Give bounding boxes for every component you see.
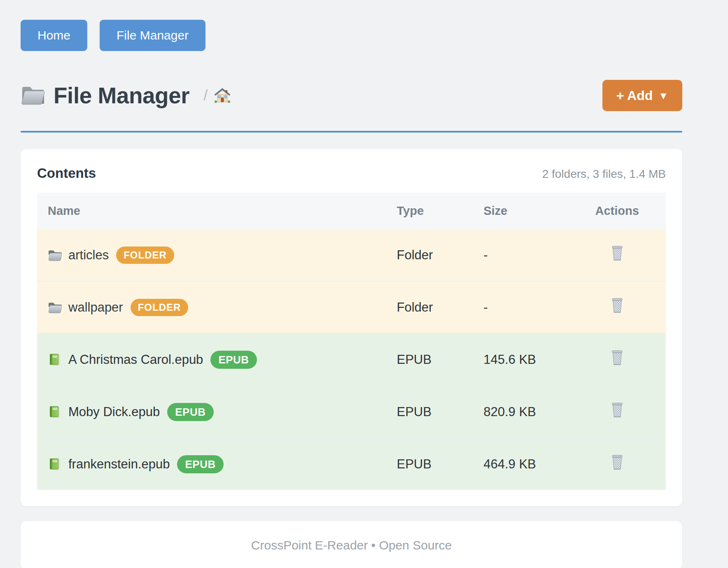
size-cell: 820.9 KB	[473, 386, 568, 438]
size-cell: -	[473, 229, 568, 281]
type-badge: EPUB	[177, 455, 223, 473]
delete-button[interactable]	[610, 298, 624, 314]
trash-icon	[610, 350, 624, 366]
contents-summary: 2 folders, 3 files, 1.4 MB	[542, 168, 666, 181]
title-group: File Manager /	[21, 82, 231, 109]
file-table: Name Type Size Actions	[37, 193, 666, 490]
delete-button[interactable]	[610, 350, 624, 366]
green-book-icon	[48, 406, 62, 418]
delete-button[interactable]	[610, 402, 624, 418]
type-badge: EPUB	[210, 351, 257, 369]
folder-open-icon	[21, 85, 45, 106]
caret-down-icon: ▼	[658, 91, 668, 101]
file-name[interactable]: wallpaper	[68, 300, 123, 315]
column-header-size: Size	[473, 193, 568, 229]
contents-card: Contents 2 folders, 3 files, 1.4 MB Name…	[21, 149, 682, 506]
page: Home File Manager File Manager /	[0, 0, 728, 568]
top-nav: Home File Manager	[21, 20, 682, 51]
type-badge: FOLDER	[116, 247, 174, 264]
table-row[interactable]: frankenstein.epub EPUB EPUB 464.9 KB	[37, 438, 666, 490]
size-cell: 145.6 KB	[473, 333, 568, 386]
table-row[interactable]: articles FOLDER Folder -	[37, 229, 666, 281]
trash-icon	[610, 402, 624, 418]
add-button-label: + Add	[616, 89, 653, 102]
page-title: File Manager	[54, 82, 189, 109]
nav-home-button[interactable]: Home	[21, 20, 87, 51]
add-button[interactable]: + Add ▼	[602, 80, 682, 111]
table-row[interactable]: wallpaper FOLDER Folder -	[37, 281, 666, 333]
home-icon[interactable]	[214, 88, 231, 103]
folder-icon	[48, 249, 62, 261]
folder-icon	[48, 301, 62, 314]
file-name[interactable]: A Christmas Carol.epub	[68, 352, 203, 367]
type-cell: EPUB	[386, 386, 473, 438]
file-name[interactable]: Moby Dick.epub	[68, 405, 160, 419]
trash-icon	[610, 454, 624, 470]
title-divider	[21, 131, 682, 133]
table-row[interactable]: Moby Dick.epub EPUB EPUB 820.9 KB	[37, 386, 666, 438]
card-header: Contents 2 folders, 3 files, 1.4 MB	[37, 165, 666, 181]
trash-icon	[610, 298, 624, 314]
type-badge: FOLDER	[131, 299, 189, 316]
nav-file-manager-button[interactable]: File Manager	[100, 20, 205, 51]
file-table-body: articles FOLDER Folder -	[37, 229, 666, 490]
size-cell: 464.9 KB	[473, 438, 568, 490]
size-cell: -	[473, 281, 568, 333]
footer: CrossPoint E-Reader • Open Source	[21, 521, 682, 568]
file-name[interactable]: frankenstein.epub	[68, 457, 170, 472]
page-header: File Manager / + Add ▼	[21, 80, 682, 111]
footer-text: CrossPoint E-Reader • Open Source	[251, 538, 452, 552]
breadcrumb-separator: /	[203, 87, 208, 104]
type-cell: Folder	[386, 229, 473, 281]
delete-button[interactable]	[610, 454, 624, 470]
type-badge: EPUB	[167, 403, 213, 421]
column-header-type: Type	[386, 193, 473, 229]
contents-heading: Contents	[37, 165, 96, 181]
file-name[interactable]: articles	[68, 248, 109, 263]
type-cell: EPUB	[386, 333, 473, 386]
delete-button[interactable]	[610, 245, 624, 261]
column-header-actions: Actions	[568, 193, 666, 229]
trash-icon	[610, 245, 624, 261]
table-row[interactable]: A Christmas Carol.epub EPUB EPUB 145.6 K…	[37, 333, 666, 386]
column-header-name: Name	[37, 193, 386, 229]
table-header-row: Name Type Size Actions	[37, 193, 666, 229]
type-cell: EPUB	[386, 438, 473, 490]
type-cell: Folder	[386, 281, 473, 333]
green-book-icon	[48, 458, 62, 470]
green-book-icon	[48, 354, 62, 366]
